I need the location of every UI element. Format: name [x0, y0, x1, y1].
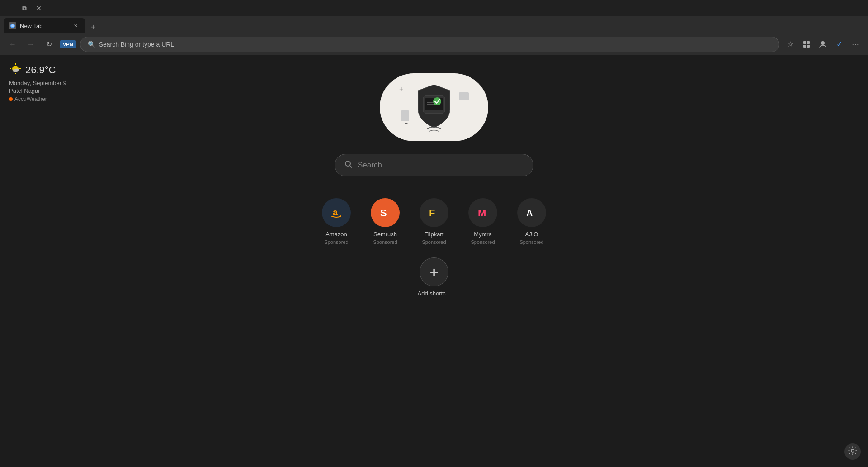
address-bar: ← → ↻ VPN 🔍 Search Bing or type a URL ☆ … — [0, 33, 868, 55]
back-button[interactable]: ← — [5, 37, 20, 52]
restore-button[interactable]: ⧉ — [18, 2, 31, 14]
add-icon-symbol: + — [430, 264, 439, 281]
url-input[interactable]: 🔍 Search Bing or type a URL — [80, 37, 779, 52]
semrush-icon: S — [371, 198, 400, 227]
menu-button[interactable]: ⋯ — [848, 37, 863, 52]
svg-point-34 — [851, 449, 854, 452]
semrush-name: Semrush — [373, 231, 397, 238]
semrush-sponsored: Sponsored — [373, 239, 397, 245]
search-url-icon: 🔍 — [88, 41, 95, 48]
svg-rect-18 — [401, 110, 409, 121]
new-tab-button[interactable]: + — [87, 21, 99, 33]
svg-rect-2 — [803, 41, 806, 44]
shield-logo: + + + + — [380, 73, 488, 141]
forward-button[interactable]: → — [24, 37, 38, 52]
amazon-name: Amazon — [326, 231, 347, 238]
amazon-icon: a — [322, 198, 351, 227]
svg-text:+: + — [399, 85, 403, 93]
tab-close-button[interactable]: ✕ — [71, 22, 80, 30]
svg-point-6 — [821, 41, 825, 45]
svg-text:+: + — [405, 120, 408, 127]
bookmark-button[interactable]: ☆ — [783, 37, 797, 52]
svg-rect-5 — [807, 45, 810, 48]
settings-icon — [848, 446, 857, 457]
weather-widget: 26.9°C Monday, September 9 Patel Nagar A… — [9, 62, 66, 102]
sync-button[interactable]: ✓ — [832, 37, 846, 52]
svg-line-29 — [340, 215, 341, 216]
add-shortcut[interactable]: + Add shortc... — [416, 257, 452, 297]
refresh-button[interactable]: ↻ — [42, 37, 56, 52]
flipkart-sponsored: Sponsored — [422, 239, 446, 245]
flipkart-name: Flipkart — [425, 231, 444, 238]
weather-date: Monday, September 9 — [9, 80, 66, 86]
svg-rect-19 — [459, 92, 469, 100]
svg-text:F: F — [429, 207, 435, 219]
svg-text:M: M — [478, 207, 486, 219]
tab-favicon — [9, 22, 16, 29]
ajio-sponsored: Sponsored — [519, 239, 543, 245]
myntra-sponsored: Sponsored — [471, 239, 495, 245]
search-bar[interactable]: Search — [335, 154, 533, 176]
shortcuts-row: a Amazon Sponsored S Semrush Sponsored — [318, 198, 550, 245]
tab-title: New Tab — [20, 23, 42, 29]
search-icon — [344, 160, 353, 171]
ajio-name: AJIO — [525, 231, 538, 238]
myntra-icon: M — [468, 198, 497, 227]
flipkart-icon: F — [420, 198, 448, 227]
weather-source: AccuWeather — [9, 96, 66, 102]
svg-text:A: A — [526, 208, 533, 218]
weather-location: Patel Nagar — [9, 87, 66, 94]
svg-text:a: a — [333, 207, 338, 217]
shortcut-myntra[interactable]: M Myntra Sponsored — [465, 198, 501, 245]
close-button[interactable]: ✕ — [33, 2, 45, 14]
vpn-badge[interactable]: VPN — [60, 40, 76, 48]
svg-text:+: + — [463, 116, 467, 122]
svg-point-1 — [11, 24, 14, 27]
ajio-icon: A — [517, 198, 546, 227]
title-bar: — ⧉ ✕ — [0, 0, 868, 16]
shortcut-ajio[interactable]: A AJIO Sponsored — [514, 198, 550, 245]
shortcut-flipkart[interactable]: F Flipkart Sponsored — [416, 198, 452, 245]
center-content: + + + + — [0, 55, 868, 304]
svg-rect-4 — [803, 45, 806, 48]
active-tab[interactable]: New Tab ✕ — [4, 18, 85, 33]
weather-source-name: AccuWeather — [14, 96, 47, 102]
myntra-name: Myntra — [474, 231, 492, 238]
profile-button[interactable] — [816, 37, 830, 52]
svg-line-27 — [350, 165, 352, 167]
add-shortcut-label: Add shortc... — [418, 290, 451, 297]
shield-svg: + + + + — [391, 78, 477, 137]
add-icon: + — [420, 257, 448, 286]
shortcuts-row-2: X X X X + Add shortc... X X — [318, 257, 550, 304]
tab-bar: New Tab ✕ + — [0, 16, 868, 33]
settings-button[interactable] — [844, 443, 861, 460]
temperature-value: 26.9°C — [25, 64, 56, 76]
svg-point-13 — [13, 69, 18, 72]
extensions-button[interactable] — [799, 37, 814, 52]
accu-dot — [9, 97, 13, 101]
svg-text:S: S — [380, 207, 387, 219]
shortcut-amazon[interactable]: a Amazon Sponsored — [318, 198, 354, 245]
weather-icon — [9, 62, 22, 78]
svg-point-25 — [433, 97, 441, 105]
amazon-sponsored: Sponsored — [324, 239, 348, 245]
shortcut-semrush[interactable]: S Semrush Sponsored — [367, 198, 403, 245]
minimize-button[interactable]: — — [4, 2, 16, 14]
page-content: 26.9°C Monday, September 9 Patel Nagar A… — [0, 55, 868, 467]
search-placeholder: Search — [358, 161, 382, 170]
url-placeholder: Search Bing or type a URL — [99, 41, 175, 48]
title-bar-left: — ⧉ ✕ — [4, 2, 45, 14]
toolbar-icons: ☆ ✓ ⋯ — [783, 37, 863, 52]
weather-temperature: 26.9°C — [9, 62, 66, 78]
svg-rect-3 — [807, 41, 810, 44]
